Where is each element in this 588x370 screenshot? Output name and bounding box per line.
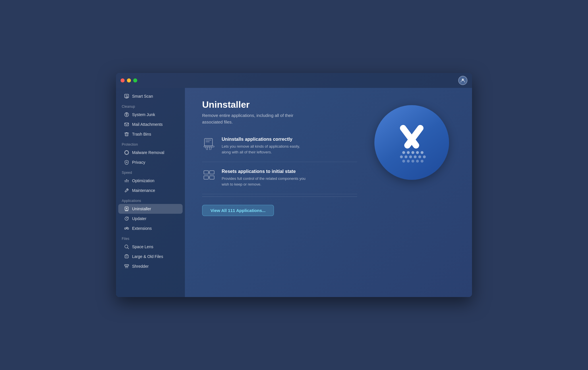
svg-point-64 <box>400 155 403 158</box>
uninstaller-app-icon <box>374 105 449 180</box>
updater-icon <box>124 216 129 221</box>
svg-line-42 <box>125 266 126 268</box>
shredder-icon <box>124 264 129 269</box>
close-button[interactable] <box>121 78 125 82</box>
app-body: Smart Scan Cleanup System Junk <box>116 88 472 297</box>
sidebar-item-label: Shredder <box>132 264 149 269</box>
sidebar-item-large-old-files[interactable]: Large & Old Files <box>118 252 183 261</box>
sidebar-item-label: Maintenance <box>132 188 155 193</box>
features-section: Uninstaller Remove entire applications, … <box>202 99 357 286</box>
svg-rect-53 <box>204 171 208 174</box>
feature-title: Resets applications to initial state <box>222 169 308 174</box>
svg-point-74 <box>421 160 423 163</box>
sidebar-item-trash-bins[interactable]: Trash Bins <box>118 129 183 139</box>
sidebar-item-updater[interactable]: Updater <box>118 214 183 223</box>
svg-rect-1 <box>125 94 129 98</box>
sidebar-item-label: Optimization <box>132 178 154 183</box>
sidebar-item-shredder[interactable]: Shredder <box>118 261 183 271</box>
section-label-files: Files <box>116 233 185 242</box>
sidebar-item-extensions[interactable]: Extensions <box>118 223 183 233</box>
uninstaller-logo-svg <box>383 114 440 171</box>
sidebar-item-mail-attachments[interactable]: Mail Attachments <box>118 120 183 129</box>
space-lens-icon <box>124 244 129 249</box>
maintenance-icon <box>124 188 129 193</box>
minimize-button[interactable] <box>127 78 131 82</box>
svg-point-60 <box>407 151 410 154</box>
feature-text-uninstalls: Uninstalls applications correctly Lets y… <box>222 137 308 155</box>
svg-point-70 <box>402 160 405 163</box>
uninstaller-icon <box>124 206 129 211</box>
svg-point-6 <box>125 113 129 117</box>
app-icon-area <box>369 99 455 286</box>
svg-line-48 <box>206 147 207 150</box>
malware-icon <box>124 150 129 155</box>
section-label-protection: Protection <box>116 139 185 148</box>
feature-title: Uninstalls applications correctly <box>222 137 308 142</box>
divider <box>202 196 357 197</box>
svg-rect-46 <box>206 140 211 140</box>
svg-line-17 <box>125 151 125 151</box>
sidebar: Smart Scan Cleanup System Junk <box>116 88 185 297</box>
svg-line-20 <box>125 154 125 154</box>
page-title: Uninstaller <box>202 99 357 110</box>
sidebar-item-system-junk[interactable]: System Junk <box>118 110 183 120</box>
user-icon <box>460 78 465 83</box>
smart-scan-icon <box>124 94 129 99</box>
svg-point-73 <box>416 160 419 163</box>
maximize-button[interactable] <box>133 78 137 82</box>
uninstalls-correctly-icon <box>202 137 216 151</box>
svg-line-44 <box>127 266 128 268</box>
svg-rect-41 <box>125 265 129 266</box>
content-header: Uninstaller Remove entire applications, … <box>202 99 357 125</box>
svg-point-37 <box>125 245 128 248</box>
titlebar <box>116 73 472 88</box>
svg-point-71 <box>407 160 410 163</box>
svg-rect-55 <box>204 176 208 179</box>
svg-line-18 <box>128 154 128 154</box>
sidebar-item-label: Large & Old Files <box>132 254 163 259</box>
sidebar-item-label: Privacy <box>132 160 145 165</box>
svg-rect-8 <box>125 133 128 136</box>
titlebar-right <box>458 76 467 85</box>
large-files-icon <box>124 254 129 259</box>
sidebar-item-label: Space Lens <box>132 244 153 249</box>
section-label-speed: Speed <box>116 167 185 176</box>
sidebar-item-label: Smart Scan <box>132 94 153 99</box>
section-label-cleanup: Cleanup <box>116 101 185 110</box>
svg-rect-54 <box>210 171 214 174</box>
svg-rect-52 <box>204 146 214 147</box>
sidebar-item-space-lens[interactable]: Space Lens <box>118 242 183 252</box>
sidebar-item-uninstaller[interactable]: Uninstaller <box>118 204 183 214</box>
svg-line-38 <box>128 248 129 249</box>
svg-point-66 <box>409 155 412 158</box>
extensions-icon <box>124 226 129 231</box>
user-avatar-button[interactable] <box>458 76 467 85</box>
sidebar-item-label: Updater <box>132 216 146 221</box>
svg-point-62 <box>416 151 419 154</box>
system-junk-icon <box>124 112 129 117</box>
privacy-icon <box>124 160 129 165</box>
sidebar-item-optimization[interactable]: Optimization <box>118 176 183 186</box>
feature-desc: Provides full control of the related com… <box>222 176 308 187</box>
section-label-applications: Applications <box>116 195 185 204</box>
sidebar-item-label: System Junk <box>132 112 155 117</box>
sidebar-item-label: Mail Attachments <box>132 122 163 127</box>
sidebar-item-privacy[interactable]: Privacy <box>118 157 183 167</box>
svg-point-21 <box>126 162 127 163</box>
svg-point-65 <box>405 155 407 158</box>
view-all-apps-button[interactable]: View All 111 Applications... <box>202 205 274 216</box>
sidebar-item-maintenance[interactable]: Maintenance <box>118 186 183 195</box>
svg-point-69 <box>423 155 426 158</box>
sidebar-item-malware-removal[interactable]: Malware Removal <box>118 148 183 157</box>
sidebar-item-smart-scan[interactable]: Smart Scan <box>118 91 183 101</box>
traffic-lights <box>121 78 137 82</box>
content-area: Uninstaller Remove entire applications, … <box>202 99 455 286</box>
svg-rect-32 <box>125 228 126 229</box>
main-content: Uninstaller Remove entire applications, … <box>185 88 472 297</box>
sidebar-item-label: Trash Bins <box>132 132 151 136</box>
feature-item-resets: Resets applications to initial state Pro… <box>202 162 357 194</box>
svg-rect-33 <box>127 228 129 229</box>
svg-point-67 <box>414 155 417 158</box>
resets-applications-icon <box>202 169 216 183</box>
svg-line-19 <box>128 151 128 151</box>
